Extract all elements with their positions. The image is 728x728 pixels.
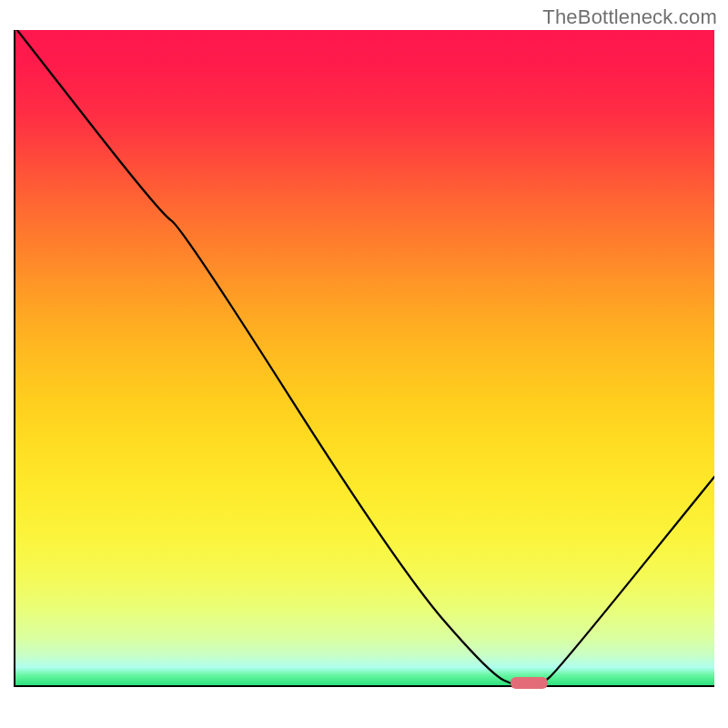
bottleneck-curve <box>14 30 714 687</box>
chart-area <box>14 30 714 714</box>
watermark-text: TheBottleneck.com <box>542 5 717 29</box>
optimal-marker <box>511 677 548 689</box>
